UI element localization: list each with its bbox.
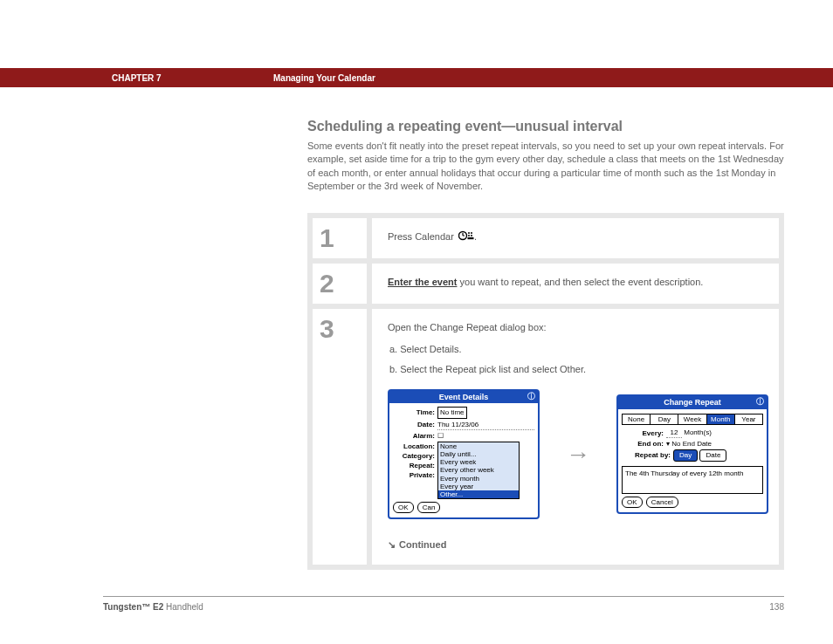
repeatby-label: Repeat by: — [622, 450, 673, 460]
svg-point-6 — [471, 235, 472, 236]
option-every-week[interactable]: Every week — [438, 458, 519, 466]
svg-point-3 — [468, 232, 470, 234]
page-number: 138 — [769, 602, 784, 612]
endon-label: End on: — [622, 439, 666, 449]
chapter-header: CHAPTER 7 Managing Your Calendar — [0, 68, 833, 87]
ok-button[interactable]: OK — [622, 497, 643, 508]
option-none[interactable]: None — [438, 442, 519, 450]
dialog-body: None Day Week Month Year Every: 12 Mo — [618, 409, 767, 512]
enter-event-link[interactable]: Enter the event — [388, 277, 457, 287]
repeatby-date[interactable]: Date — [699, 449, 726, 461]
step-number: 2 — [313, 264, 372, 304]
repeat-description: The 4th Thursday of every 12th month — [622, 466, 763, 494]
step-number: 3 — [313, 309, 372, 565]
event-details-dialog: Event Details ⓘ Time: No time Date: Thu … — [388, 389, 540, 520]
chapter-title: Managing Your Calendar — [273, 73, 375, 83]
dialog-title: Change Repeat ⓘ — [618, 396, 767, 409]
step3-b: b. Select the Repeat pick list and selec… — [389, 363, 768, 376]
tab-week[interactable]: Week — [678, 414, 706, 424]
category-label: Category: — [393, 451, 435, 461]
svg-point-5 — [468, 235, 470, 236]
step3-sublist: a. Select Details. b. Select the Repeat … — [389, 343, 768, 377]
chapter-label: CHAPTER 7 — [112, 73, 273, 83]
repeatby-day[interactable]: Day — [673, 449, 698, 461]
dialog-title-text: Change Repeat — [664, 398, 721, 407]
step-3: 3 Open the Change Repeat dialog box: a. … — [313, 309, 779, 565]
dialog-body: Time: No time Date: Thu 11/23/06 Alarm: … — [389, 403, 538, 517]
every-value-wrap: 12 Month(s) — [666, 428, 763, 438]
dialog-buttons: OK Can — [393, 502, 534, 513]
page-footer: Tungsten™ E2 Handheld 138 — [103, 596, 784, 612]
alarm-checkbox[interactable]: ☐ — [437, 431, 534, 441]
step-body: Enter the event you want to repeat, and … — [372, 264, 779, 304]
step2-rest: you want to repeat, and then select the … — [457, 277, 703, 287]
step-number: 1 — [313, 218, 372, 258]
repeat-label: Repeat: — [393, 461, 435, 470]
cancel-button[interactable]: Cancel — [646, 497, 678, 508]
option-every-other-week[interactable]: Every other week — [438, 466, 519, 474]
alarm-label: Alarm: — [393, 431, 437, 441]
step-body: Press Calendar . — [372, 218, 779, 258]
section-heading: Scheduling a repeating event—unusual int… — [307, 119, 784, 134]
steps-container: 1 Press Calendar . — [307, 213, 784, 570]
option-daily-until[interactable]: Daily until... — [438, 450, 519, 458]
private-label: Private: — [393, 470, 435, 480]
calendar-icon — [458, 230, 474, 244]
cancel-button[interactable]: Can — [417, 502, 441, 513]
dialog-buttons: OK Cancel — [622, 497, 763, 508]
step3-lead: Open the Change Repeat dialog box: — [388, 321, 768, 334]
every-field[interactable]: 12 — [666, 428, 682, 438]
option-other[interactable]: Other... — [438, 490, 519, 498]
screenshots-row: Event Details ⓘ Time: No time Date: Thu … — [388, 389, 768, 520]
footer-brand-name: Tungsten™ E2 — [103, 602, 163, 612]
info-icon[interactable]: ⓘ — [756, 396, 764, 408]
time-field[interactable]: No time — [437, 407, 467, 418]
change-repeat-dialog: Change Repeat ⓘ None Day Week Month Year — [616, 394, 768, 514]
continued-indicator: ↘ Continued — [388, 538, 768, 552]
svg-point-4 — [471, 232, 472, 234]
svg-rect-7 — [467, 237, 473, 239]
period: . — [474, 231, 477, 242]
intro-paragraph: Some events don't fit neatly into the pr… — [307, 140, 784, 194]
step-body: Open the Change Repeat dialog box: a. Se… — [372, 309, 784, 565]
step-1: 1 Press Calendar . — [313, 218, 779, 258]
continued-label: Continued — [399, 538, 446, 552]
footer-brand-kind: Handheld — [163, 602, 203, 612]
ok-button[interactable]: OK — [393, 502, 414, 513]
step1-text: Press Calendar — [388, 231, 457, 242]
repeatby-options: Day Date — [673, 449, 763, 461]
every-label: Every: — [622, 428, 666, 438]
tab-day[interactable]: Day — [651, 414, 678, 424]
footer-brand: Tungsten™ E2 Handheld — [103, 602, 203, 612]
endon-picker[interactable]: ▾ No End Date — [666, 439, 763, 449]
left-labels: Location: Category: Repeat: Private: — [393, 442, 437, 481]
tab-year[interactable]: Year — [735, 414, 762, 424]
step3-a: a. Select Details. — [389, 343, 768, 356]
option-every-year[interactable]: Every year — [438, 483, 519, 490]
repeat-picklist[interactable]: None Daily until... Every week Every oth… — [437, 442, 520, 499]
every-unit: Month(s) — [684, 428, 712, 436]
page-content: Scheduling a repeating event—unusual int… — [307, 119, 784, 570]
date-label: Date: — [393, 420, 437, 429]
option-every-month[interactable]: Every month — [438, 475, 519, 483]
dialog-title: Event Details ⓘ — [389, 391, 538, 404]
tab-none[interactable]: None — [623, 414, 651, 424]
info-icon[interactable]: ⓘ — [527, 391, 535, 402]
repeat-tabs: None Day Week Month Year — [622, 414, 763, 425]
tab-month[interactable]: Month — [707, 414, 735, 424]
date-field[interactable]: Thu 11/23/06 — [437, 420, 534, 430]
dialog-title-text: Event Details — [439, 393, 489, 401]
continued-arrow-icon: ↘ — [388, 538, 396, 552]
location-label: Location: — [393, 442, 435, 451]
step-2: 2 Enter the event you want to repeat, an… — [313, 264, 779, 304]
arrow-right-icon: → — [566, 437, 590, 471]
endon-value: No End Date — [671, 440, 712, 448]
time-label: Time: — [393, 408, 437, 417]
